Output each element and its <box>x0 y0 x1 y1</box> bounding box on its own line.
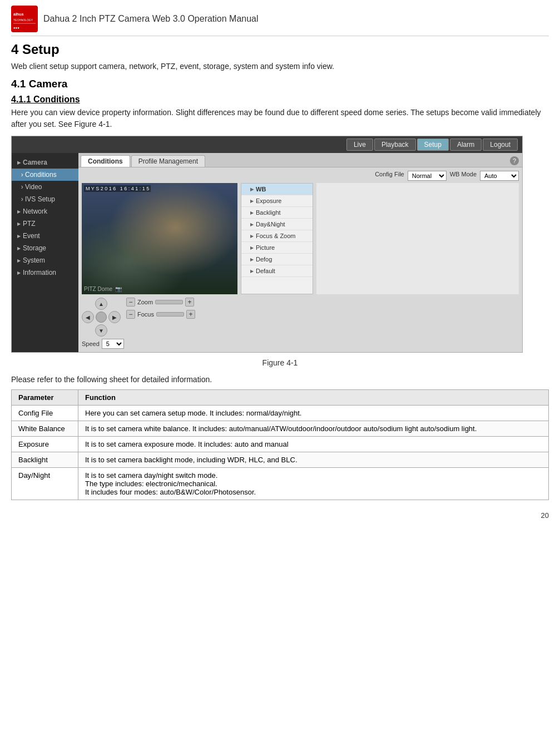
camera-ui-screenshot: Live Playback Setup Alarm Logout ▶ Camer… <box>11 136 523 353</box>
triangle-icon-info: ▶ <box>17 270 21 275</box>
day-night-line-1: It is to set camera day/night switch mod… <box>85 471 542 480</box>
ptz-direction-pad: ▲ ▼ ◀ ▶ <box>82 298 121 337</box>
camera-sidebar: ▶ Camera › Conditions › Video › IVS Setu… <box>12 153 78 352</box>
param-backlight: Backlight <box>12 452 78 468</box>
function-exposure: It is to set camera exposure mode. It in… <box>78 437 549 452</box>
document-title: Dahua 2 Inch PTZ Camera Web 3.0 Operatio… <box>43 14 259 24</box>
sidebar-item-video[interactable]: › Video <box>12 181 78 193</box>
tri-icon: ▶ <box>250 199 254 204</box>
ptz-right-button[interactable]: ▶ <box>108 311 121 323</box>
ptz-down-button[interactable]: ▼ <box>95 324 107 337</box>
zoom-plus-button[interactable]: + <box>185 298 194 307</box>
zoom-label: Zoom <box>137 299 153 305</box>
alarm-button[interactable]: Alarm <box>450 139 482 151</box>
zoom-track[interactable] <box>155 300 183 304</box>
table-row: Exposure It is to set camera exposure mo… <box>12 437 549 452</box>
playback-button[interactable]: Playback <box>374 139 416 151</box>
tri-icon: ▶ <box>250 210 254 215</box>
section-41-title: 4.1 Camera <box>11 78 549 90</box>
dahua-logo: alhua TECHNOLOGY ●●● <box>11 6 38 32</box>
settings-wb[interactable]: ▶ WB <box>241 184 313 195</box>
speed-label: Speed <box>82 340 100 347</box>
sidebar-item-information[interactable]: ▶ Information <box>12 266 78 279</box>
triangle-icon-network: ▶ <box>17 209 21 214</box>
figure-caption: Figure 4-1 <box>11 358 549 367</box>
sidebar-item-network[interactable]: ▶ Network <box>12 205 78 218</box>
content-row: M Y S 2 0 1 6 1 6 : 4 1 : 1 5 PITZ Dome … <box>82 183 519 294</box>
help-icon[interactable]: ? <box>510 156 519 165</box>
table-intro-text: Please refer to the following sheet for … <box>11 375 549 384</box>
camera-tab-bar: Conditions Profile Management <box>78 153 522 167</box>
settings-backlight[interactable]: ▶ Backlight <box>241 207 313 219</box>
svg-text:TECHNOLOGY: TECHNOLOGY <box>13 18 33 22</box>
param-day-night: Day/Night <box>12 468 78 500</box>
sidebar-item-system[interactable]: ▶ System <box>12 254 78 266</box>
settings-defog[interactable]: ▶ Defog <box>241 254 313 265</box>
live-button[interactable]: Live <box>346 139 373 151</box>
focus-track[interactable] <box>156 312 184 317</box>
logout-button[interactable]: Logout <box>483 139 518 151</box>
triangle-icon-ptz: ▶ <box>17 221 21 226</box>
camera-video-feed: M Y S 2 0 1 6 1 6 : 4 1 : 1 5 PITZ Dome … <box>82 183 237 294</box>
page-header: alhua TECHNOLOGY ●●● Dahua 2 Inch PTZ Ca… <box>11 6 549 36</box>
sidebar-item-ivs-setup[interactable]: › IVS Setup <box>12 193 78 205</box>
speed-select[interactable]: 5 1234 678 <box>102 339 124 349</box>
sidebar-item-ptz[interactable]: ▶ PTZ <box>12 218 78 230</box>
tri-icon: ▶ <box>250 234 254 239</box>
settings-picture[interactable]: ▶ Picture <box>241 242 313 254</box>
camera-icon: 📷 <box>115 286 122 292</box>
section-4-intro: Web client setup support camera, network… <box>11 61 549 72</box>
triangle-icon: ▶ <box>17 160 21 165</box>
settings-day-night[interactable]: ▶ Day&Night <box>241 219 313 230</box>
sidebar-item-camera[interactable]: ▶ Camera <box>12 156 78 169</box>
ptz-up-button[interactable]: ▲ <box>95 298 107 310</box>
parameter-table: Parameter Function Config File Here you … <box>11 389 549 500</box>
camera-right-panel: ? Conditions Profile Management Config F… <box>78 153 522 352</box>
param-white-balance: White Balance <box>12 421 78 437</box>
ptz-center <box>96 312 107 323</box>
video-timestamp: M Y S 2 0 1 6 1 6 : 4 1 : 1 5 <box>84 185 151 192</box>
tab-profile-management[interactable]: Profile Management <box>131 155 205 167</box>
ptz-left-button[interactable]: ◀ <box>82 311 94 323</box>
wb-mode-select[interactable]: Auto Manual ATW <box>480 171 519 181</box>
settings-exposure[interactable]: ▶ Exposure <box>241 195 313 207</box>
sidebar-item-conditions[interactable]: › Conditions <box>12 169 78 181</box>
camera-topbar: Live Playback Setup Alarm Logout <box>12 136 522 153</box>
triangle-icon-event: ▶ <box>17 234 21 239</box>
settings-default[interactable]: ▶ Default <box>241 265 313 277</box>
video-label: PITZ Dome <box>84 286 112 292</box>
tri-icon: ▶ <box>250 257 254 262</box>
function-backlight: It is to set camera backlight mode, incl… <box>78 452 549 468</box>
section-411-title: 4.1.1 Conditions <box>11 95 549 105</box>
param-config-file: Config File <box>12 406 78 421</box>
settings-focus-zoom[interactable]: ▶ Focus & Zoom <box>241 230 313 242</box>
zoom-minus-button[interactable]: − <box>126 298 135 307</box>
sidebar-item-storage[interactable]: ▶ Storage <box>12 242 78 254</box>
param-exposure: Exposure <box>12 437 78 452</box>
function-day-night: It is to set camera day/night switch mod… <box>78 468 549 500</box>
settings-menu: ▶ WB ▶ Exposure ▶ Backlight ▶ Day&Night <box>241 183 313 294</box>
sidebar-item-event[interactable]: ▶ Event <box>12 230 78 242</box>
focus-minus-button[interactable]: − <box>126 310 135 319</box>
setup-button[interactable]: Setup <box>417 139 449 151</box>
table-row: Day/Night It is to set camera day/night … <box>12 468 549 500</box>
zoom-slider-row: − Zoom + <box>126 298 195 307</box>
ptz-sliders: − Zoom + − Focus + <box>126 298 195 319</box>
tri-icon: ▶ <box>250 187 254 192</box>
svg-text:alhua: alhua <box>13 12 23 16</box>
video-background <box>82 183 237 294</box>
triangle-icon-storage: ▶ <box>17 246 21 251</box>
function-white-balance: It is to set camera white balance. It in… <box>78 421 549 437</box>
section-4-title: 4 Setup <box>11 42 549 57</box>
tri-icon: ▶ <box>250 269 254 274</box>
focus-plus-button[interactable]: + <box>186 310 195 319</box>
col-header-function: Function <box>78 390 549 406</box>
day-night-line-3: It includes four modes: auto/B&W/Color/P… <box>85 488 542 496</box>
config-row: Config File Normal Day Night WB Mode Aut… <box>82 171 519 181</box>
camera-content-area: Config File Normal Day Night WB Mode Aut… <box>78 167 522 352</box>
config-file-select[interactable]: Normal Day Night <box>408 171 447 181</box>
triangle-icon-system: ▶ <box>17 258 21 263</box>
camera-main-area: ▶ Camera › Conditions › Video › IVS Setu… <box>12 153 522 352</box>
svg-text:●●●: ●●● <box>13 26 19 29</box>
tab-conditions[interactable]: Conditions <box>81 155 130 167</box>
